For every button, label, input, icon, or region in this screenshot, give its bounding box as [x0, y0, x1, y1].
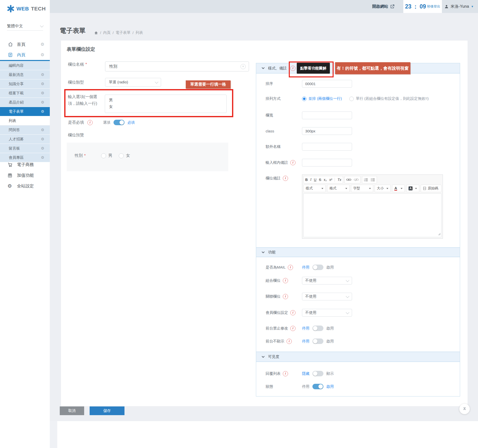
link-icon[interactable]	[346, 178, 351, 181]
preview-radio-male[interactable]	[101, 153, 106, 158]
info-icon[interactable]: i	[288, 265, 293, 270]
gear-icon[interactable]: ⚙	[41, 52, 44, 57]
toggle-off-label: 停用	[302, 384, 309, 389]
language-selector[interactable]: 繁體中文	[7, 22, 43, 31]
bold-button[interactable]: B	[305, 178, 308, 182]
form-card: 表單欄位設定 欄位名稱* 性別 × 欄位類型 單選 (radio) 單選需要一行…	[61, 41, 468, 406]
resize-handle-icon[interactable]	[438, 232, 441, 236]
sidebar-item-label: 首頁	[17, 42, 25, 47]
sidebar-item-list[interactable]: 列表	[0, 116, 50, 125]
info-icon[interactable]: i	[290, 326, 296, 331]
cancel-button[interactable]: 取消	[60, 406, 84, 415]
underline-button[interactable]: U	[314, 178, 316, 182]
status-switch[interactable]	[312, 384, 323, 389]
info-icon[interactable]: i	[290, 310, 296, 315]
save-button[interactable]: 儲存	[90, 406, 124, 415]
arrange-radio-singleline[interactable]	[349, 97, 354, 101]
combo-field-label: 組合欄位	[266, 278, 281, 283]
scroll-to-top-button[interactable]	[459, 404, 470, 414]
home-icon	[8, 42, 13, 47]
info-icon[interactable]: i	[87, 120, 93, 125]
editor-content-area[interactable]	[303, 193, 441, 237]
source-label: 原始碼	[428, 186, 438, 191]
sidebar-item-ecommerce[interactable]: 電子商務	[0, 159, 50, 170]
width-input[interactable]	[302, 112, 352, 119]
inbox-note-input[interactable]	[302, 159, 352, 167]
subscript-button[interactable]: x₂	[324, 178, 327, 182]
font-dropdown[interactable]: 字型	[351, 185, 373, 192]
breadcrumb-item[interactable]: 列表	[136, 30, 143, 35]
superscript-button[interactable]: x²	[329, 178, 332, 182]
sidebar-item-recruit[interactable]: 人才招募 ⚙	[0, 135, 50, 144]
sidebar-item-eform[interactable]: 電子表單 ⚙	[0, 107, 50, 116]
italic-button[interactable]: I	[310, 178, 311, 182]
gear-icon[interactable]: ⚙	[41, 100, 44, 105]
frontend-hide-switch[interactable]	[312, 338, 323, 344]
breadcrumb-item[interactable]: 電子表單	[116, 30, 130, 35]
styles-dropdown[interactable]: 樣式	[303, 185, 326, 192]
format-dropdown[interactable]: 格式	[327, 185, 349, 192]
size-dropdown[interactable]: 大小	[375, 185, 391, 192]
info-icon[interactable]: i	[283, 176, 288, 181]
gear-icon[interactable]: ⚙	[41, 91, 44, 95]
preview-radio-female[interactable]	[119, 153, 124, 158]
is-mail-switch[interactable]	[312, 265, 323, 270]
related-field-select[interactable]: 不使用	[302, 293, 352, 300]
sort-value: 00001	[305, 82, 316, 86]
info-icon[interactable]: i	[283, 278, 288, 283]
remove-format-button[interactable]: Tx	[337, 178, 341, 182]
combo-field-select[interactable]: 不使用	[302, 277, 352, 284]
sidebar-item-guestbook[interactable]: 留言板 ⚙	[0, 144, 50, 153]
extra-name-input[interactable]	[302, 143, 352, 151]
sidebar-item-news[interactable]: 最新消息 ⚙	[0, 70, 50, 79]
open-site-link[interactable]: 開啟網站	[372, 0, 395, 13]
gear-icon[interactable]: ⚙	[41, 109, 44, 114]
sidebar-item-addons[interactable]: 加值功能	[0, 170, 50, 180]
sidebar-item-inner-pages[interactable]: 內頁 ⚙	[0, 50, 50, 60]
sidebar-item-label: 知識分享	[9, 82, 24, 86]
gear-icon[interactable]: ⚙	[41, 42, 44, 47]
strikethrough-button[interactable]: S	[319, 178, 321, 182]
bg-color-button[interactable]: A	[406, 185, 419, 192]
user-menu[interactable]: 米洛-Yuna ▼	[444, 0, 474, 13]
gear-icon[interactable]: ⚙	[41, 137, 44, 141]
sidebar-item-faq[interactable]: 問與答 ⚙	[0, 125, 50, 135]
source-button[interactable]: 原始碼	[421, 185, 441, 192]
class-input[interactable]: 300px	[302, 127, 352, 135]
sort-label: 排序	[266, 81, 273, 86]
gear-icon[interactable]: ⚙	[41, 128, 44, 132]
info-icon[interactable]: i	[283, 294, 288, 299]
sidebar-item-site-settings[interactable]: ⚙ 全站設定	[0, 181, 50, 191]
ordered-list-icon[interactable]: 1 2 3	[364, 178, 368, 182]
field-name-input[interactable]: 性別 ×	[105, 61, 249, 71]
sidebar-item-products[interactable]: 產品介紹 ⚙	[0, 98, 50, 107]
sort-input[interactable]: 00001	[302, 80, 352, 88]
arrange-radio-sidebyside[interactable]	[302, 97, 306, 101]
sidebar-item-edit-content[interactable]: 編輯內容	[0, 61, 50, 70]
field-type-select[interactable]: 單選 (radio)	[105, 78, 161, 87]
options-textarea[interactable]: 男 女	[105, 95, 227, 113]
gear-icon[interactable]: ⚙	[41, 82, 44, 86]
sidebar-item-knowledge[interactable]: 知識分享 ⚙	[0, 79, 50, 89]
reply-list-switch[interactable]	[312, 371, 323, 376]
gear-icon[interactable]: ⚙	[41, 72, 44, 77]
member-field-select[interactable]: 不使用	[302, 309, 352, 317]
info-icon[interactable]: i	[283, 371, 288, 376]
section-visible-header[interactable]: 可見度	[256, 352, 460, 362]
clear-icon[interactable]: ×	[240, 64, 246, 69]
breadcrumb-separator: /	[100, 31, 101, 35]
unlink-icon[interactable]	[354, 178, 359, 181]
section-func-header[interactable]: 功能	[256, 247, 460, 257]
text-color-button[interactable]: A	[392, 185, 405, 192]
info-icon[interactable]: i	[287, 339, 292, 344]
extra-name-row: 額外名稱	[266, 143, 455, 151]
bullet-list-icon[interactable]	[371, 178, 375, 182]
frontend-lock-switch[interactable]	[312, 326, 323, 331]
preview-field-row: 性別 * 男 女	[75, 153, 130, 158]
gear-icon[interactable]: ⚙	[41, 146, 44, 151]
info-icon[interactable]: i	[290, 160, 296, 165]
sidebar-item-downloads[interactable]: 檔案下載 ⚙	[0, 89, 50, 98]
sidebar-item-home[interactable]: 首頁 ⚙	[0, 39, 50, 49]
required-switch[interactable]	[114, 120, 124, 125]
breadcrumb-item[interactable]: 內頁	[103, 30, 111, 35]
